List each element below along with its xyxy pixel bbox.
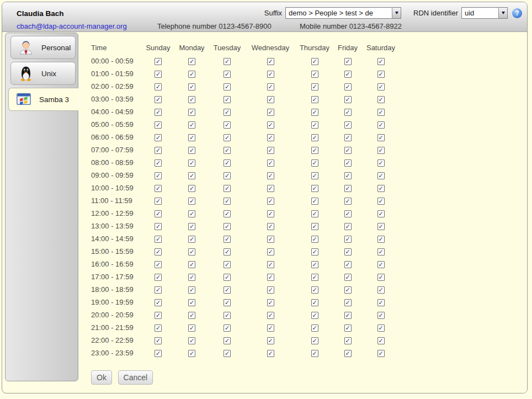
hour-checkbox[interactable]: ✓	[311, 299, 318, 306]
hour-checkbox[interactable]: ✓	[311, 261, 318, 268]
hour-checkbox[interactable]: ✓	[155, 121, 162, 129]
hour-checkbox[interactable]: ✓	[377, 236, 385, 243]
hour-checkbox[interactable]: ✓	[224, 223, 231, 230]
hour-checkbox[interactable]: ✓	[267, 248, 274, 256]
hour-checkbox[interactable]: ✓	[224, 121, 231, 129]
hour-checkbox[interactable]: ✓	[344, 286, 352, 294]
hour-checkbox[interactable]: ✓	[155, 236, 162, 243]
hour-checkbox[interactable]: ✓	[267, 337, 274, 344]
hour-checkbox[interactable]: ✓	[224, 83, 231, 91]
hour-checkbox[interactable]: ✓	[155, 312, 162, 319]
hour-checkbox[interactable]: ✓	[377, 210, 385, 217]
hour-checkbox[interactable]: ✓	[188, 71, 195, 78]
hour-checkbox[interactable]: ✓	[224, 109, 231, 116]
hour-checkbox[interactable]: ✓	[224, 274, 231, 281]
hour-checkbox[interactable]: ✓	[311, 71, 318, 78]
hour-checkbox[interactable]: ✓	[155, 299, 162, 306]
hour-checkbox[interactable]: ✓	[377, 286, 385, 294]
hour-checkbox[interactable]: ✓	[377, 159, 385, 167]
hour-checkbox[interactable]: ✓	[155, 109, 162, 116]
hour-checkbox[interactable]: ✓	[224, 248, 231, 256]
hour-checkbox[interactable]: ✓	[344, 134, 352, 141]
hour-checkbox[interactable]: ✓	[344, 274, 352, 281]
hour-checkbox[interactable]: ✓	[377, 96, 385, 103]
hour-checkbox[interactable]: ✓	[377, 248, 385, 256]
hour-checkbox[interactable]: ✓	[311, 96, 318, 103]
hour-checkbox[interactable]: ✓	[155, 159, 162, 167]
hour-checkbox[interactable]: ✓	[311, 83, 318, 91]
hour-checkbox[interactable]: ✓	[155, 147, 162, 154]
hour-checkbox[interactable]: ✓	[188, 223, 195, 230]
hour-checkbox[interactable]: ✓	[155, 248, 162, 256]
hour-checkbox[interactable]: ✓	[377, 109, 385, 116]
chevron-down-icon[interactable]	[392, 8, 401, 18]
hour-checkbox[interactable]: ✓	[224, 286, 231, 294]
hour-checkbox[interactable]: ✓	[224, 159, 231, 167]
hour-checkbox[interactable]: ✓	[311, 185, 318, 192]
hour-checkbox[interactable]: ✓	[311, 159, 318, 167]
hour-checkbox[interactable]: ✓	[377, 172, 385, 179]
hour-checkbox[interactable]: ✓	[344, 299, 352, 306]
hour-checkbox[interactable]: ✓	[188, 248, 195, 256]
hour-checkbox[interactable]: ✓	[267, 274, 274, 281]
hour-checkbox[interactable]: ✓	[344, 96, 352, 103]
hour-checkbox[interactable]: ✓	[155, 350, 162, 357]
hour-checkbox[interactable]: ✓	[267, 350, 274, 357]
hour-checkbox[interactable]: ✓	[377, 350, 385, 357]
hour-checkbox[interactable]: ✓	[344, 172, 352, 179]
hour-checkbox[interactable]: ✓	[377, 185, 385, 192]
hour-checkbox[interactable]: ✓	[224, 312, 231, 319]
hour-checkbox[interactable]: ✓	[344, 324, 352, 332]
hour-checkbox[interactable]: ✓	[311, 312, 318, 319]
sidebar-tab-personal[interactable]: Personal	[10, 36, 76, 59]
hour-checkbox[interactable]: ✓	[311, 121, 318, 129]
chevron-down-icon[interactable]	[498, 8, 507, 18]
hour-checkbox[interactable]: ✓	[377, 121, 385, 129]
hour-checkbox[interactable]: ✓	[224, 198, 231, 205]
hour-checkbox[interactable]: ✓	[311, 274, 318, 281]
hour-checkbox[interactable]: ✓	[188, 147, 195, 154]
hour-checkbox[interactable]: ✓	[188, 198, 195, 205]
ok-button[interactable]: Ok	[91, 370, 112, 385]
hour-checkbox[interactable]: ✓	[188, 324, 195, 332]
hour-checkbox[interactable]: ✓	[267, 71, 274, 78]
hour-checkbox[interactable]: ✓	[267, 58, 274, 65]
hour-checkbox[interactable]: ✓	[267, 286, 274, 294]
hour-checkbox[interactable]: ✓	[267, 210, 274, 217]
hour-checkbox[interactable]: ✓	[377, 198, 385, 205]
hour-checkbox[interactable]: ✓	[311, 236, 318, 243]
hour-checkbox[interactable]: ✓	[155, 198, 162, 205]
hour-checkbox[interactable]: ✓	[188, 109, 195, 116]
hour-checkbox[interactable]: ✓	[311, 248, 318, 256]
hour-checkbox[interactable]: ✓	[224, 58, 231, 65]
hour-checkbox[interactable]: ✓	[344, 248, 352, 256]
hour-checkbox[interactable]: ✓	[224, 261, 231, 268]
hour-checkbox[interactable]: ✓	[155, 134, 162, 141]
hour-checkbox[interactable]: ✓	[155, 58, 162, 65]
hour-checkbox[interactable]: ✓	[311, 337, 318, 344]
hour-checkbox[interactable]: ✓	[267, 236, 274, 243]
hour-checkbox[interactable]: ✓	[188, 210, 195, 217]
hour-checkbox[interactable]: ✓	[377, 274, 385, 281]
hour-checkbox[interactable]: ✓	[224, 185, 231, 192]
hour-checkbox[interactable]: ✓	[267, 159, 274, 167]
hour-checkbox[interactable]: ✓	[267, 324, 274, 332]
hour-checkbox[interactable]: ✓	[311, 198, 318, 205]
hour-checkbox[interactable]: ✓	[155, 274, 162, 281]
hour-checkbox[interactable]: ✓	[267, 223, 274, 230]
hour-checkbox[interactable]: ✓	[344, 261, 352, 268]
hour-checkbox[interactable]: ✓	[155, 210, 162, 217]
hour-checkbox[interactable]: ✓	[224, 96, 231, 103]
hour-checkbox[interactable]: ✓	[344, 223, 352, 230]
hour-checkbox[interactable]: ✓	[344, 210, 352, 217]
hour-checkbox[interactable]: ✓	[155, 83, 162, 91]
hour-checkbox[interactable]: ✓	[377, 134, 385, 141]
hour-checkbox[interactable]: ✓	[188, 96, 195, 103]
hour-checkbox[interactable]: ✓	[155, 261, 162, 268]
hour-checkbox[interactable]: ✓	[155, 223, 162, 230]
hour-checkbox[interactable]: ✓	[344, 71, 352, 78]
hour-checkbox[interactable]: ✓	[155, 185, 162, 192]
hour-checkbox[interactable]: ✓	[155, 324, 162, 332]
hour-checkbox[interactable]: ✓	[224, 337, 231, 344]
hour-checkbox[interactable]: ✓	[344, 147, 352, 154]
